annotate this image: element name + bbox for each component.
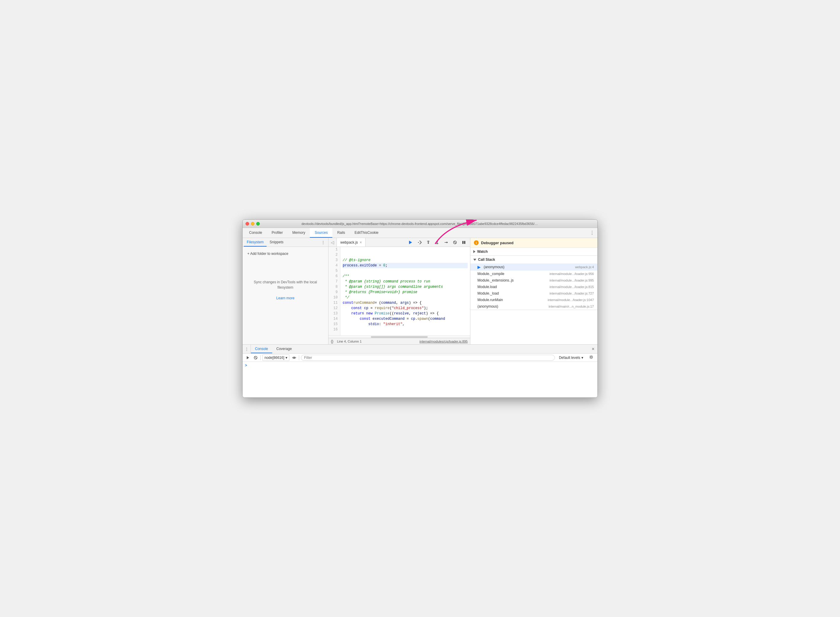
eye-button[interactable] xyxy=(291,355,297,361)
deactivate-breakpoints-button[interactable] xyxy=(451,239,459,246)
step-out-button[interactable] xyxy=(433,239,441,246)
svg-line-18 xyxy=(255,357,257,359)
debugger-panel: i Debugger paused Watch Call Stack xyxy=(470,238,597,344)
add-folder-button[interactable]: + Add folder to workspace xyxy=(247,250,288,257)
step-over-button[interactable] xyxy=(416,239,423,246)
step-button[interactable] xyxy=(442,239,450,246)
code-line-10: */ xyxy=(343,295,468,300)
file-tab-close[interactable]: × xyxy=(360,241,362,245)
step-into-button[interactable] xyxy=(424,239,432,246)
call-stack-expand-icon xyxy=(473,259,476,261)
tab-console[interactable]: Console xyxy=(245,228,267,238)
console-output: > xyxy=(243,362,597,397)
tab-rails[interactable]: Rails xyxy=(332,228,350,238)
code-line-12: const cp = require("child_process"); xyxy=(343,306,468,311)
tab-editthiscookie[interactable]: EditThisCookie xyxy=(350,228,383,238)
call-stack-header[interactable]: Call Stack xyxy=(470,256,597,263)
code-line-9: * @returns {Promise<void>} promise xyxy=(343,289,468,295)
call-stack-item[interactable]: Module.load internal/module.../loader.js… xyxy=(470,283,597,290)
title-bar: devtools://devtools/bundled/js_app.html?… xyxy=(243,220,597,228)
editor-file-tab[interactable]: webpack.js × xyxy=(337,238,365,247)
svg-line-26 xyxy=(592,358,593,359)
editor-tabs: ◁ webpack.js × xyxy=(329,238,470,247)
svg-line-13 xyxy=(454,241,456,244)
code-line-7: * @param {string} command process to run xyxy=(343,279,468,284)
format-icon[interactable]: {} xyxy=(331,339,333,344)
editor-debugger-area: ◁ webpack.js × xyxy=(329,238,597,344)
resume-button[interactable] xyxy=(407,239,414,246)
call-stack-item[interactable]: Module.runMain internal/module.../loader… xyxy=(470,297,597,303)
maximize-button[interactable] xyxy=(256,222,260,226)
pause-exceptions-button[interactable] xyxy=(460,239,468,246)
console-prompt[interactable]: > xyxy=(245,363,595,368)
svg-point-20 xyxy=(590,356,592,358)
call-stack-item[interactable]: Module._load internal/module.../loader.j… xyxy=(470,290,597,297)
active-frame-icon: ▶ xyxy=(477,265,481,269)
console-area: ⋮ Console Coverage × xyxy=(243,345,597,397)
sources-panel: Filesystem Snippets ⋮ + Add folder to wo… xyxy=(243,238,597,345)
svg-point-19 xyxy=(293,357,295,358)
code-line-5 xyxy=(343,268,468,273)
minimize-button[interactable] xyxy=(251,222,255,226)
console-tab-console[interactable]: Console xyxy=(251,345,272,353)
editor-back-button[interactable]: ◁ xyxy=(329,238,337,247)
sidebar-tab-snippets[interactable]: Snippets xyxy=(267,238,286,247)
toolbar-divider xyxy=(260,355,261,360)
svg-line-28 xyxy=(590,358,591,359)
console-tab-coverage[interactable]: Coverage xyxy=(272,345,296,353)
svg-marker-11 xyxy=(447,242,448,243)
watch-header[interactable]: Watch xyxy=(470,248,597,255)
node-selector[interactable]: node[86616] ▾ xyxy=(262,354,289,361)
tab-memory[interactable]: Memory xyxy=(287,228,310,238)
sidebar-content: + Add folder to workspace Sync changes i… xyxy=(243,247,328,344)
console-toolbar: node[86616] ▾ Default levels ▾ xyxy=(243,354,597,362)
info-icon: i xyxy=(474,241,479,245)
devtools-window: devtools://devtools/bundled/js_app.html?… xyxy=(242,219,598,398)
watch-expand-icon xyxy=(473,250,475,253)
close-button[interactable] xyxy=(246,222,249,226)
code-line-6: /** xyxy=(343,273,468,279)
prompt-symbol: > xyxy=(245,364,247,368)
default-levels-dropdown[interactable]: Default levels ▾ xyxy=(557,354,585,361)
debugger-paused-banner: i Debugger paused xyxy=(470,238,597,248)
more-tabs-button[interactable]: ⋮ xyxy=(587,228,597,238)
call-stack-item[interactable]: (anonymous) internal/main/r...n_module.j… xyxy=(470,303,597,310)
svg-marker-5 xyxy=(427,243,429,244)
svg-line-27 xyxy=(592,356,593,357)
window-title: devtools://devtools/bundled/js_app.html?… xyxy=(302,222,538,226)
traffic-lights xyxy=(246,222,260,226)
tab-profiler[interactable]: Profiler xyxy=(267,228,287,238)
code-editor[interactable]: 1 2 3 4 5 6 7 8 9 10 11 12 13 14 xyxy=(329,247,470,335)
tab-sources[interactable]: Sources xyxy=(310,228,332,238)
horizontal-scrollbar[interactable] xyxy=(329,335,470,338)
editor-status-bar: {} Line 4, Column 1 internal/modules/cjs… xyxy=(329,338,470,344)
clear-console-button[interactable] xyxy=(253,355,259,361)
call-stack-list: ▶ (anonymous) webpack.js:4 Module._compi… xyxy=(470,263,597,310)
code-line-1 xyxy=(343,247,468,252)
svg-marker-8 xyxy=(436,241,438,242)
sidebar-tabs: Filesystem Snippets ⋮ xyxy=(243,238,328,247)
call-stack-item[interactable]: ▶ (anonymous) webpack.js:4 xyxy=(470,263,597,270)
cursor-position: Line 4, Column 1 xyxy=(337,339,362,343)
sidebar-tab-filesystem[interactable]: Filesystem xyxy=(244,238,267,247)
svg-line-25 xyxy=(590,356,591,357)
code-line-13: return new Promise((resolve, reject) => … xyxy=(343,311,468,316)
call-stack-section: Call Stack ▶ (anonymous) webpack.js:4 xyxy=(470,256,597,310)
svg-marker-1 xyxy=(409,241,412,244)
code-content: // @ts-ignore process.exitCode = 0; /** … xyxy=(340,247,470,335)
file-link[interactable]: internal/modules/cjs/loader.js:895 xyxy=(419,339,468,343)
console-close-button[interactable]: × xyxy=(589,347,597,352)
code-line-11: const runCommand = (command, args) => { xyxy=(343,300,468,306)
code-line-14: const executedCommand = cp.spawn(command xyxy=(343,316,468,322)
levels-dropdown-arrow: ▾ xyxy=(581,356,583,360)
call-stack-item[interactable]: Module._compile internal/module.../loade… xyxy=(470,270,597,277)
svg-marker-2 xyxy=(421,242,422,243)
console-panel-more[interactable]: ⋮ xyxy=(243,345,251,353)
code-line-2 xyxy=(343,252,468,258)
sidebar-tabs-more[interactable]: ⋮ xyxy=(319,240,327,245)
settings-button[interactable] xyxy=(587,355,595,360)
call-stack-item[interactable]: Module._extensions..js internal/module..… xyxy=(470,277,597,283)
execute-button[interactable] xyxy=(245,355,251,361)
filter-input[interactable] xyxy=(301,355,555,361)
learn-more-link[interactable]: Learn more xyxy=(276,296,295,300)
